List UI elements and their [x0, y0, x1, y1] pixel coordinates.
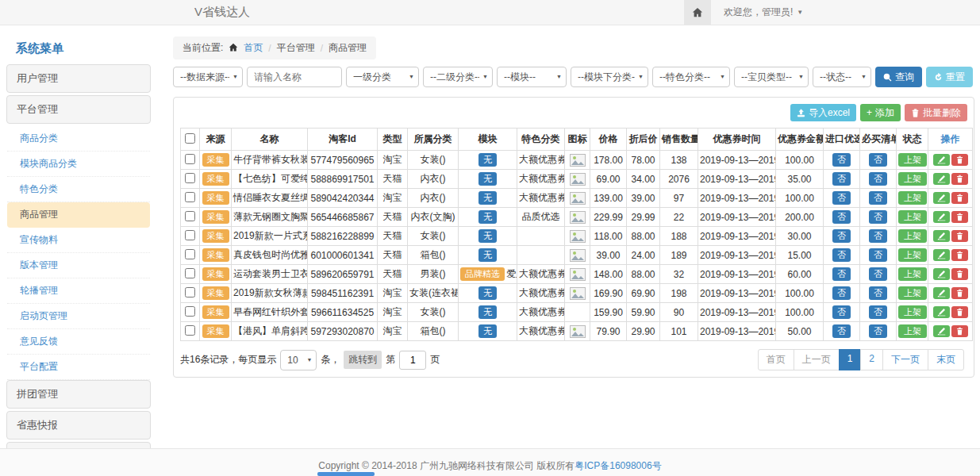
select-all-checkbox[interactable] [185, 133, 195, 144]
breadcrumb-home-link[interactable]: 首页 [244, 41, 263, 55]
filter-select-control[interactable]: 一级分类 [346, 67, 419, 87]
import-select-toggle[interactable]: 否 [832, 153, 851, 167]
edit-button[interactable] [933, 211, 950, 223]
edit-button[interactable] [933, 249, 950, 261]
horizontal-scrollbar-thumb[interactable] [317, 472, 375, 476]
import-select-toggle[interactable]: 否 [832, 191, 851, 205]
must-buy-toggle[interactable]: 否 [869, 248, 887, 262]
row-checkbox[interactable] [185, 268, 195, 278]
status-button[interactable]: 上架 [898, 305, 927, 319]
delete-button[interactable] [951, 192, 968, 204]
import-select-toggle[interactable]: 否 [832, 286, 851, 300]
row-checkbox[interactable] [185, 249, 195, 259]
row-checkbox[interactable] [185, 306, 195, 317]
import-select-toggle[interactable]: 否 [832, 305, 851, 319]
delete-button[interactable] [951, 154, 968, 166]
status-button[interactable]: 上架 [898, 324, 927, 338]
import-select-toggle[interactable]: 否 [832, 229, 851, 243]
edit-button[interactable] [933, 306, 950, 318]
must-buy-toggle[interactable]: 否 [869, 172, 887, 186]
sidebar-sub-item[interactable]: 商品分类 [7, 126, 150, 152]
pagination-button[interactable]: 上一页 [794, 349, 840, 370]
delete-button[interactable] [951, 325, 968, 337]
row-checkbox[interactable] [185, 211, 195, 221]
sidebar-sub-item[interactable]: 模块商品分类 [7, 152, 150, 177]
filter-select-control[interactable]: --数据来源-- [173, 67, 243, 87]
home-nav-button[interactable] [684, 0, 711, 25]
user-menu[interactable]: 欢迎您，管理员! ▼ [724, 6, 803, 19]
jump-button[interactable]: 跳转到 [344, 351, 382, 369]
delete-button[interactable] [951, 249, 968, 261]
filter-select[interactable]: 一级分类 ▼ [346, 67, 419, 87]
edit-button[interactable] [933, 325, 950, 337]
filter-select[interactable]: --特色分类-- ▼ [652, 67, 730, 87]
filter-select-control[interactable]: --状态-- [813, 67, 871, 87]
edit-button[interactable] [933, 173, 950, 185]
status-button[interactable]: 上架 [898, 286, 927, 300]
filter-select[interactable]: --模块下分类-- ▼ [571, 67, 648, 87]
pagination-button[interactable]: 首页 [758, 349, 794, 370]
must-buy-toggle[interactable]: 否 [869, 324, 887, 338]
filter-select-control[interactable]: --二级分类-- [423, 67, 493, 87]
filter-select[interactable]: --二级分类-- ▼ [423, 67, 493, 87]
status-button[interactable]: 上架 [898, 210, 927, 224]
filter-select-control[interactable]: --宝贝类型-- [734, 67, 809, 87]
must-buy-toggle[interactable]: 否 [869, 191, 887, 205]
import-select-toggle[interactable]: 否 [832, 172, 851, 186]
status-button[interactable]: 上架 [898, 267, 927, 281]
pagination-button[interactable]: 末页 [928, 349, 964, 370]
row-checkbox[interactable] [185, 192, 195, 202]
sidebar-group-item[interactable]: 省惠快报 [6, 411, 151, 440]
sidebar-sub-item[interactable]: 宣传物料 [7, 228, 150, 253]
sidebar-sub-item[interactable]: 意见反馈 [7, 329, 150, 355]
sidebar-group-item[interactable]: 用户管理 [6, 64, 151, 93]
import-select-toggle[interactable]: 否 [832, 267, 851, 281]
sidebar-sub-item[interactable]: 版本管理 [7, 253, 150, 278]
sidebar-group-item[interactable]: 平台管理 [6, 95, 151, 124]
pagination-button[interactable]: 下一页 [882, 349, 928, 370]
sidebar-sub-item[interactable]: 特色分类 [7, 177, 150, 202]
must-buy-toggle[interactable]: 否 [869, 210, 887, 224]
status-button[interactable]: 上架 [898, 172, 927, 186]
status-button[interactable]: 上架 [898, 191, 927, 205]
sidebar-group-item[interactable]: 拼团管理 [6, 380, 151, 409]
filter-select[interactable]: --状态-- ▼ [813, 67, 871, 87]
import-select-toggle[interactable]: 否 [832, 210, 851, 224]
edit-button[interactable] [933, 268, 950, 280]
must-buy-toggle[interactable]: 否 [869, 305, 887, 319]
page-number-input[interactable] [399, 351, 426, 370]
batch-delete-button[interactable]: 批量删除 [905, 104, 967, 121]
status-button[interactable]: 上架 [898, 248, 927, 262]
delete-button[interactable] [951, 230, 968, 242]
icp-link[interactable]: 粤ICP备16098006号 [575, 460, 661, 471]
import-excel-button[interactable]: 导入excel [790, 104, 856, 121]
pagination-button[interactable]: 2 [860, 349, 883, 370]
delete-button[interactable] [951, 287, 968, 299]
row-checkbox[interactable] [185, 154, 195, 164]
per-page-select[interactable]: 10 ▼ [280, 350, 317, 370]
must-buy-toggle[interactable]: 否 [869, 229, 887, 243]
must-buy-toggle[interactable]: 否 [869, 267, 887, 281]
filter-select[interactable]: --模块-- ▼ [497, 67, 567, 87]
must-buy-toggle[interactable]: 否 [869, 153, 887, 167]
delete-button[interactable] [951, 306, 968, 318]
row-checkbox[interactable] [185, 173, 195, 183]
filter-select-control[interactable]: --模块下分类-- [571, 67, 648, 87]
import-select-toggle[interactable]: 否 [832, 248, 851, 262]
edit-button[interactable] [933, 154, 950, 166]
delete-button[interactable] [951, 268, 968, 280]
add-button[interactable]: + 添加 [860, 104, 901, 121]
row-checkbox[interactable] [185, 230, 195, 240]
status-button[interactable]: 上架 [898, 229, 927, 243]
must-buy-toggle[interactable]: 否 [869, 286, 887, 300]
sidebar-sub-item[interactable]: 平台配置 [7, 355, 150, 380]
sidebar-sub-item[interactable]: 启动页管理 [7, 304, 150, 329]
status-button[interactable]: 上架 [898, 153, 927, 167]
filter-select[interactable]: --数据来源-- ▼ [173, 67, 243, 87]
pagination-button[interactable]: 1 [839, 349, 862, 370]
reset-button[interactable]: 重置 [926, 67, 973, 87]
edit-button[interactable] [933, 192, 950, 204]
edit-button[interactable] [933, 287, 950, 299]
delete-button[interactable] [951, 211, 968, 223]
filter-select-control[interactable]: --模块-- [497, 67, 567, 87]
